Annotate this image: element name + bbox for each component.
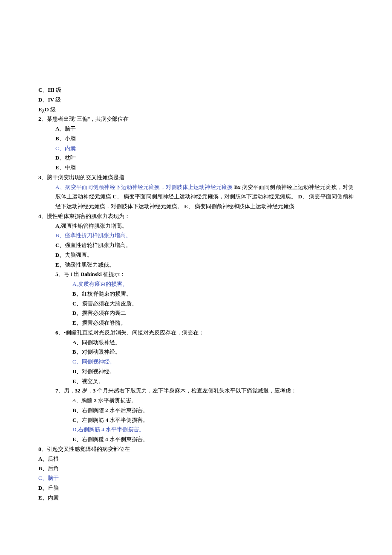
babinski-label: Babinski (81, 271, 102, 277)
q3-stem: 3、脑干病变出现的交叉性瘫痪是指 (38, 173, 354, 183)
opt-key: C (38, 87, 42, 93)
q5-option-a: A,皮质有瘫束的损害。 (72, 279, 354, 289)
q6-option-d: D、对侧视神经。 (72, 367, 354, 377)
q8-option-d: D、丘脑 (38, 483, 354, 493)
prefix-option-e: EχO 级 (38, 105, 354, 115)
q2-option-a: A、脑干 (55, 124, 354, 134)
q7-stem: 7、男，32 岁，3 个月来感右下肢无力，左下半身麻木，检查左侧乳头水平以下痛觉… (55, 386, 354, 396)
q8-option-c: C、脑干 (38, 474, 354, 483)
q8-stem: 8、引起交叉性感觉障碍的病变部位在 (38, 445, 354, 454)
q4-option-d: D、去脑强直。 (55, 250, 354, 260)
q3-option-a: A、病变平面同侧颅神经下运动神经元瘫痪，对侧肢体上运动神经元瘫痪 (55, 184, 233, 190)
q5-stem: 5、弓 I 出 Babinski 征提示： (55, 270, 354, 279)
opt-key: D (38, 96, 42, 103)
q2-option-c: C、内囊 (55, 144, 354, 154)
q6-option-a: A、同侧动眼神经。 (72, 338, 354, 348)
q6-stem: 6、•侧瞳孔直接对光反射消失、间接对光反应存在，病变在： (55, 328, 354, 338)
q6-option-c: C、同侧视神经。 (72, 357, 354, 367)
opt-key: E (38, 106, 42, 113)
q-text: 某患者出现"三偏"，其病变部位在 (47, 116, 129, 122)
q8-option-b: B、后角 (38, 464, 354, 474)
q3-option-block: A、病变平面同侧颅神经下运动神经元瘫痪，对侧肢体上运动神经元瘫痪 Bx 病变平面… (38, 183, 354, 212)
q4-option-a: A,强直性铅管样肌张力增高。 (55, 221, 354, 231)
q5-option-b: B、红核脊髓束的损害。 (72, 289, 354, 299)
q7-option-c: C、左侧胸筋 4 水平半侧损害。 (72, 416, 354, 425)
opt-bold: IV (48, 96, 54, 103)
q-text: •侧瞳孔直接对光反射消失、间接对光反应存在，病变在： (64, 329, 205, 336)
opt-bold: HI (48, 87, 54, 93)
q2-option-d: D、枕叶 (55, 153, 354, 163)
q5-option-d: D、损害必须在内囊二 (72, 308, 354, 318)
q-text: 引起交叉性感觉障碍的病变部位在 (47, 446, 130, 452)
q2-option-e: E、中脑 (55, 163, 354, 173)
q-text: 慢性锥体束损害的肌张力表现为： (47, 213, 130, 219)
q7-option-e: E、右侧胸糙 4 水平侧束损害。 (72, 435, 354, 445)
q7-option-d: D,右侧胸筋 4 水平半侧损害。 (72, 425, 354, 435)
q3-option-e: 病变同侧颅神经和肢体上运动神经元瘫痪 (195, 203, 294, 209)
q6-option-e: E、视交叉。 (72, 377, 354, 386)
opt-bold: O (44, 106, 49, 113)
q3-option-c: 病变平面同侧颅神经上运动神经元瘫痪，对侧肢体下运动神经元瘫痪。 (124, 193, 297, 200)
prefix-option-d: D、IV 级 (38, 95, 354, 105)
q-text: 脑干病变出现的交叉性瘫痪是指 (47, 174, 124, 180)
prefix-option-c: C、HI 级 (38, 85, 354, 95)
q4-stem: 4、慢性锥体束损害的肌张力表现为： (38, 212, 354, 221)
q7-option-b: B、右侧胸随 2 水平后束损害。 (72, 406, 354, 416)
q8-option-a: A、后根 (38, 454, 354, 464)
q5-option-e: E、损害必须在脊髓。 (72, 318, 354, 328)
q6-option-b: B、对侧动眼神经。 (72, 347, 354, 357)
q4-option-e: E、弛缓性肌张力减低。 (55, 260, 354, 270)
q4-option-b: B、痉挛性折刀样肌张力增高。 (55, 231, 354, 241)
q2-stem: 2、某患者出现"三偏"，其病变部位在 (38, 114, 354, 124)
q8-option-e: E、内囊 (38, 493, 354, 503)
q5-option-c: C、损害必须在大脑皮质。 (72, 299, 354, 309)
q4-option-c: C、强直性齿轮样肌张力增高。 (55, 241, 354, 250)
q7-option-a: A、胸髓 2 水平横贯损害。 (72, 396, 354, 406)
q2-option-b: B、小脑 (55, 134, 354, 144)
